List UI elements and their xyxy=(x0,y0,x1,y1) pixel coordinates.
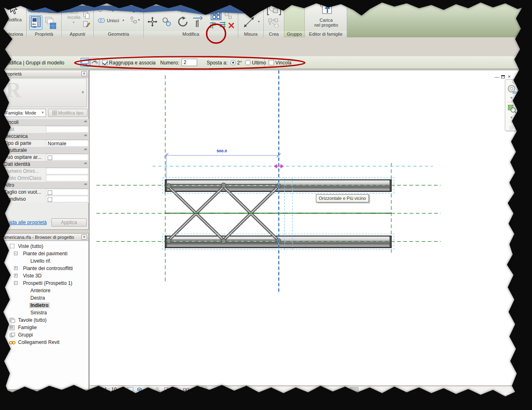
trim-single-icon[interactable] xyxy=(209,21,217,30)
second-radio[interactable] xyxy=(230,60,236,65)
detail-level-icon[interactable] xyxy=(127,387,134,392)
cut-geometry-label[interactable]: Taglia xyxy=(107,7,119,11)
edit-type-button[interactable]: Modifica tipo xyxy=(48,109,88,117)
create-group-icon[interactable] xyxy=(267,2,281,16)
measure-icon[interactable] xyxy=(242,3,256,11)
collapse-expander-icon[interactable]: − xyxy=(14,252,18,255)
shadows-icon[interactable] xyxy=(155,387,161,392)
crop-view-icon[interactable] xyxy=(164,387,170,392)
collapse-chevron-icon[interactable]: ^^ xyxy=(84,147,86,154)
panel-label-gruppo[interactable]: Gruppo xyxy=(284,31,304,37)
panel-label-crea[interactable]: Crea xyxy=(264,31,284,37)
group-header-vincoli[interactable]: Vincoli^^ xyxy=(2,119,89,126)
dimension-icon[interactable] xyxy=(242,16,256,29)
dimension-value[interactable]: 500.0 xyxy=(217,149,227,153)
property-value[interactable] xyxy=(46,175,88,181)
scrollbar-left-arrow[interactable] xyxy=(201,386,207,392)
paste-icon[interactable] xyxy=(67,2,79,14)
temporary-dimension[interactable]: 500.0 xyxy=(164,149,281,180)
geometry-more-arrow[interactable]: ▾ xyxy=(138,18,140,22)
offset-icon[interactable] xyxy=(162,3,173,11)
property-checkbox[interactable] xyxy=(48,197,52,202)
collapse-chevron-icon[interactable]: ^^ xyxy=(84,133,86,140)
constrain-checkbox[interactable] xyxy=(269,60,274,65)
dimension-dropdown-arrow[interactable]: ▾ xyxy=(258,20,260,23)
group-header-meccanica[interactable]: Meccanica^^ xyxy=(2,133,89,140)
rotate-icon[interactable] xyxy=(177,16,189,28)
align-icon[interactable] xyxy=(147,3,156,12)
panel-label-appunti[interactable]: Appunti xyxy=(62,31,93,37)
steering-wheel-2d-icon[interactable]: 2D xyxy=(507,85,517,94)
close-icon[interactable]: × xyxy=(506,74,512,79)
number-input[interactable] xyxy=(182,59,197,66)
horizontal-scrollbar[interactable] xyxy=(207,386,532,392)
temporary-hide-isolate-icon[interactable] xyxy=(183,387,189,392)
modify-cursor-icon[interactable] xyxy=(9,3,18,15)
measure-dropdown-arrow[interactable]: ▾ xyxy=(258,5,260,9)
delete-icon[interactable] xyxy=(228,22,235,29)
tree-item-tavole[interactable]: Tavole (tutto) xyxy=(2,316,89,324)
property-checkbox[interactable] xyxy=(48,190,52,195)
match-properties-icon[interactable] xyxy=(83,21,90,28)
unpin-icon[interactable] xyxy=(227,2,234,9)
linear-array-toggle[interactable] xyxy=(81,58,90,67)
cut-icon[interactable] xyxy=(83,2,90,9)
property-value[interactable] xyxy=(46,126,88,133)
collapse-expander-icon[interactable]: − xyxy=(14,281,18,285)
join-geometry-label[interactable]: Unisci xyxy=(107,18,119,23)
panel-label-geometria[interactable]: Geometria xyxy=(94,31,143,37)
split-element-icon[interactable] xyxy=(206,2,214,8)
array-button[interactable] xyxy=(210,9,222,21)
group-associate-checkbox[interactable] xyxy=(102,60,108,65)
copy-element-icon[interactable] xyxy=(162,17,172,26)
group-header-strutturale[interactable]: Strutturale^^ xyxy=(2,147,89,154)
last-radio[interactable] xyxy=(245,60,251,65)
panel-label-seleziona[interactable]: Seleziona xyxy=(0,31,26,37)
tree-item-prospetti[interactable]: −Prospetti (Prospetto 1) xyxy=(2,279,89,287)
truss-chord-tubes[interactable] xyxy=(165,180,391,247)
tree-item-indietro[interactable]: Indietro xyxy=(2,302,89,309)
zoom-dropdown-arrow[interactable]: ▼ xyxy=(510,116,513,119)
scrollbar-thumb[interactable] xyxy=(350,387,359,392)
navbar-close-icon[interactable]: × xyxy=(512,80,516,84)
copy-icon[interactable] xyxy=(83,11,90,19)
tree-item-gruppi[interactable]: Gruppi xyxy=(2,331,89,339)
new-family-icon[interactable] xyxy=(44,1,57,14)
properties-help-link[interactable]: Guida alle proprietà xyxy=(4,220,47,225)
modify-button-label[interactable]: Modifica xyxy=(5,17,22,22)
properties-close-icon[interactable]: × xyxy=(81,71,87,76)
minimize-icon[interactable]: — xyxy=(494,74,500,80)
panel-label-proprieta[interactable]: Proprietà xyxy=(27,31,61,37)
family-filter-dropdown[interactable]: Famiglia: Mode▼ xyxy=(3,109,46,117)
paste-label[interactable]: Incolla xyxy=(67,15,81,20)
join-dropdown-arrow[interactable]: ▾ xyxy=(122,18,124,22)
radial-array-toggle[interactable] xyxy=(90,58,99,67)
join-geometry-icon[interactable] xyxy=(98,17,105,24)
tree-item-famiglie[interactable]: Famiglie xyxy=(2,324,89,331)
link-boxes-icon[interactable] xyxy=(130,16,137,24)
panel-label-modifica[interactable]: Modifica xyxy=(144,31,238,37)
group-header-dati-identita[interactable]: Dati identità^^ xyxy=(2,161,89,168)
tree-item-destra[interactable]: Destra xyxy=(2,294,89,302)
tree-item-piante-pavimenti[interactable]: −Piante dei pavimenti xyxy=(2,250,89,257)
group-associate-option[interactable]: Raggruppa e associa xyxy=(102,60,156,66)
mirror-draw-icon[interactable] xyxy=(192,2,203,13)
tree-item-viste[interactable]: Viste (tutto) xyxy=(2,243,89,250)
browser-close-icon[interactable]: × xyxy=(81,234,87,240)
type-properties-icon[interactable] xyxy=(45,16,58,30)
apply-button[interactable]: Applica xyxy=(51,218,87,227)
tree-item-sinistra[interactable]: Sinistra xyxy=(2,309,89,316)
trim-extend-corner-icon[interactable] xyxy=(192,16,204,28)
crop-region-visibility-icon[interactable] xyxy=(173,387,180,392)
restore-icon[interactable] xyxy=(500,74,506,80)
paste-dropdown-arrow[interactable]: ▾ xyxy=(73,21,74,24)
cut-geometry-icon[interactable] xyxy=(98,6,105,12)
panel-label-editor-famiglie[interactable]: Editor di famiglie xyxy=(305,31,347,37)
cut-dropdown-arrow[interactable]: ▾ xyxy=(122,7,124,11)
scale-icon[interactable] xyxy=(224,11,233,19)
family-types-icon[interactable] xyxy=(30,2,41,14)
property-value[interactable]: Normale xyxy=(46,140,88,147)
convert-icon[interactable] xyxy=(268,18,279,28)
move-icon[interactable] xyxy=(147,16,158,27)
tree-item-viste-3d[interactable]: +Viste 3D xyxy=(2,272,89,279)
